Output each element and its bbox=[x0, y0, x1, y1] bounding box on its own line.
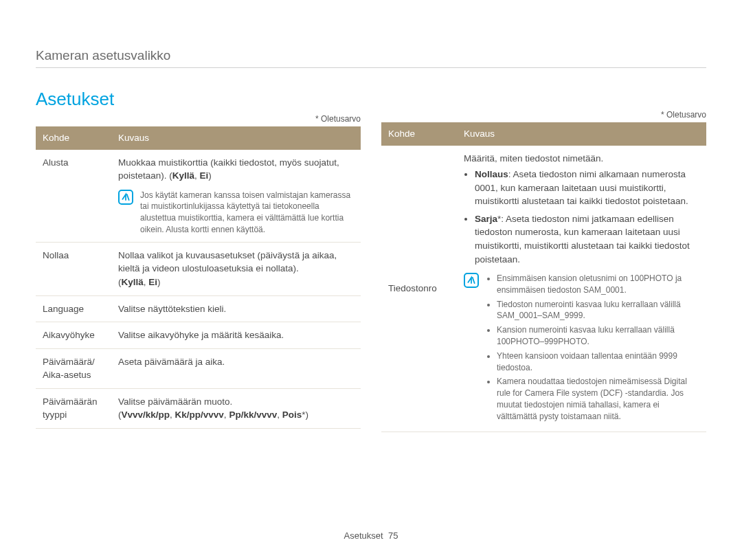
note-text: Jos käytät kameran kanssa toisen valmist… bbox=[140, 190, 354, 236]
option: Kk/pp/vvvv bbox=[175, 410, 224, 420]
desc-text: Nollaa valikot ja kuvausasetukset (päivä… bbox=[118, 249, 354, 276]
list-item: Sarja*: Aseta tiedoston nimi jatkamaan e… bbox=[475, 212, 699, 266]
option: Pp/kk/vvvv bbox=[229, 410, 277, 420]
right-column: * Oletusarvo Kohde Kuvaus Tiedostonro Mä… bbox=[381, 89, 706, 432]
default-value-note: * Oletusarvo bbox=[381, 110, 706, 120]
col-header-kohde: Kohde bbox=[381, 122, 457, 146]
table-row: Tiedostonro Määritä, miten tiedostot nim… bbox=[381, 146, 706, 432]
sep: , bbox=[277, 410, 282, 420]
page-footer: Asetukset 75 bbox=[0, 530, 742, 541]
note-box: Jos käytät kameran kanssa toisen valmist… bbox=[118, 190, 354, 236]
page-title: Asetukset bbox=[36, 89, 361, 110]
option-nollaus: Nollaus bbox=[475, 169, 508, 179]
note-icon bbox=[118, 190, 133, 205]
note-icon bbox=[464, 273, 479, 288]
row-label-aikavyohyke: Aikavyöhyke bbox=[36, 322, 111, 349]
note-item: Kansion numerointi kasvaa luku kerrallaa… bbox=[497, 324, 699, 348]
row-desc-pvm-tyyppi: Valitse päivämäärän muoto. (Vvvv/kk/pp, … bbox=[111, 388, 361, 428]
row-desc-alusta: Muokkaa muistikorttia (kaikki tiedostot,… bbox=[111, 150, 361, 243]
left-column: Asetukset * Oletusarvo Kohde Kuvaus Alus… bbox=[36, 89, 361, 432]
desc-text: Muokkaa muistikorttia (kaikki tiedostot,… bbox=[118, 157, 339, 181]
option-ei: Ei bbox=[148, 277, 157, 287]
row-desc-nollaa: Nollaa valikot ja kuvausasetukset (päivä… bbox=[111, 242, 361, 295]
row-label-tiedostonro: Tiedostonro bbox=[381, 146, 457, 432]
close-paren: ) bbox=[305, 410, 308, 420]
two-column-layout: Asetukset * Oletusarvo Kohde Kuvaus Alus… bbox=[36, 89, 706, 432]
option-kylla: Kyllä bbox=[172, 170, 194, 181]
note-item: Tiedoston numerointi kasvaa luku kerrall… bbox=[497, 299, 699, 322]
row-desc-aikavyohyke: Valitse aikavyöhyke ja määritä kesäaika. bbox=[111, 322, 361, 349]
col-header-kuvaus: Kuvaus bbox=[111, 126, 361, 150]
table-row: Nollaa Nollaa valikot ja kuvausasetukset… bbox=[36, 242, 361, 295]
divider bbox=[36, 67, 706, 68]
row-desc-pvm-aika: Aseta päivämäärä ja aika. bbox=[111, 348, 361, 388]
settings-table-left: Kohde Kuvaus Alusta Muokkaa muistikortti… bbox=[36, 126, 361, 429]
col-header-kuvaus: Kuvaus bbox=[457, 122, 706, 146]
row-label-alusta: Alusta bbox=[36, 150, 111, 243]
manual-page: Kameran asetusvalikko Asetukset * Oletus… bbox=[0, 0, 742, 560]
row-label-nollaa: Nollaa bbox=[36, 242, 111, 295]
note-box: Ensimmäisen kansion oletusnimi on 100PHO… bbox=[464, 273, 699, 425]
sep: , bbox=[194, 170, 200, 181]
option-ei: Ei bbox=[200, 170, 209, 181]
footer-section: Asetukset bbox=[344, 530, 383, 541]
list-item: Nollaus: Aseta tiedoston nimi alkamaan n… bbox=[475, 168, 699, 208]
settings-table-right: Kohde Kuvaus Tiedostonro Määritä, miten … bbox=[381, 122, 706, 432]
option: Pois bbox=[282, 410, 302, 420]
desc-text: Määritä, miten tiedostot nimetään. bbox=[464, 152, 699, 166]
note-text: Ensimmäisen kansion oletusnimi on 100PHO… bbox=[486, 273, 699, 425]
close-paren: ) bbox=[157, 277, 161, 287]
close-paren: ) bbox=[208, 170, 212, 181]
row-label-pvm-aika: Päivämäärä/ Aika-asetus bbox=[36, 348, 111, 388]
option: Vvvv/kk/pp bbox=[122, 410, 170, 420]
note-item: Yhteen kansioon voidaan tallentaa enintä… bbox=[497, 350, 699, 374]
page-number: 75 bbox=[388, 530, 398, 541]
default-value-note: * Oletusarvo bbox=[36, 114, 361, 124]
option-sarja: Sarja bbox=[475, 214, 497, 224]
option-list: Nollaus: Aseta tiedoston nimi alkamaan n… bbox=[464, 168, 699, 266]
row-label-language: Language bbox=[36, 295, 111, 322]
row-label-pvm-tyyppi: Päivämäärän tyyppi bbox=[36, 388, 111, 428]
desc-text: : Aseta tiedoston nimi jatkamaan edellis… bbox=[475, 214, 690, 265]
table-row: Aikavyöhyke Valitse aikavyöhyke ja määri… bbox=[36, 322, 361, 349]
table-row: Päivämäärä/ Aika-asetus Aseta päivämäärä… bbox=[36, 348, 361, 388]
breadcrumb: Kameran asetusvalikko bbox=[36, 48, 706, 63]
row-desc-tiedostonro: Määritä, miten tiedostot nimetään. Nolla… bbox=[457, 146, 706, 432]
option-kylla: Kyllä bbox=[122, 277, 144, 287]
col-header-kohde: Kohde bbox=[36, 126, 111, 150]
row-desc-language: Valitse näyttötekstien kieli. bbox=[111, 295, 361, 322]
table-row: Alusta Muokkaa muistikorttia (kaikki tie… bbox=[36, 150, 361, 243]
sep: , bbox=[170, 410, 175, 420]
desc-text: Valitse päivämäärän muoto. bbox=[118, 395, 354, 409]
note-item: Kamera noudattaa tiedostojen nimeämisess… bbox=[497, 376, 699, 422]
table-row: Language Valitse näyttötekstien kieli. bbox=[36, 295, 361, 322]
table-row: Päivämäärän tyyppi Valitse päivämäärän m… bbox=[36, 388, 361, 428]
note-item: Ensimmäisen kansion oletusnimi on 100PHO… bbox=[497, 273, 699, 296]
